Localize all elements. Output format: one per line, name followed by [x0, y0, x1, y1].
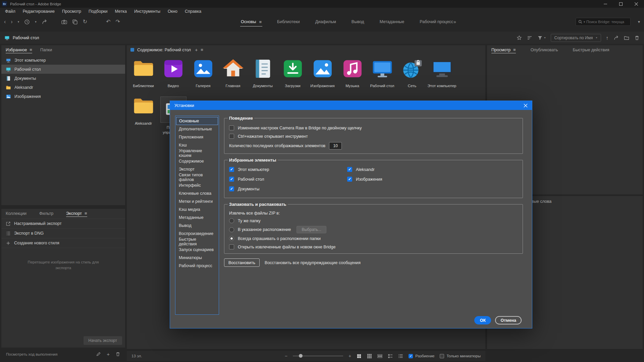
- export-preset-item[interactable]: Настраиваемый экспорт: [1, 219, 125, 229]
- preferences-nav-item[interactable]: Кэш медиа: [176, 205, 218, 214]
- preferences-nav-item[interactable]: Экспорт: [176, 165, 218, 173]
- content-item[interactable]: Галерея: [188, 56, 218, 88]
- filter-chevron-icon[interactable]: ▾: [544, 36, 546, 39]
- workspace-menu-icon[interactable]: ≡: [259, 20, 262, 24]
- content-item[interactable]: Изображения: [308, 56, 337, 88]
- checkbox[interactable]: [229, 244, 234, 249]
- rating-filter-icon[interactable]: [517, 35, 522, 41]
- panel-tab[interactable]: Коллекции: [6, 209, 26, 218]
- favorite-checkbox-row[interactable]: Этот компьютер: [229, 165, 347, 174]
- favorites-item[interactable]: Этот компьютер: [1, 56, 125, 65]
- preferences-nav-item[interactable]: Миниатюры: [176, 254, 218, 262]
- preferences-nav-item[interactable]: Кэш: [176, 141, 218, 149]
- search-scope-chevron-icon[interactable]: ▾: [584, 20, 585, 23]
- preferences-nav-item[interactable]: Приложения: [176, 133, 218, 141]
- content-item[interactable]: Главная: [218, 56, 248, 88]
- radio-button[interactable]: [229, 236, 234, 241]
- ok-button[interactable]: ОК: [474, 316, 491, 324]
- menu-item[interactable]: Файл: [1, 9, 19, 14]
- content-item[interactable]: Документы: [248, 56, 278, 88]
- copy-icon[interactable]: [72, 19, 78, 25]
- chevron-down-icon[interactable]: ▾: [18, 20, 19, 23]
- panel-tab[interactable]: Быстрые действия: [573, 45, 609, 54]
- redo-icon[interactable]: ↷: [116, 19, 120, 24]
- checkbox[interactable]: [229, 177, 234, 182]
- zip-radio-row[interactable]: В указанное расположение Выбрать...: [229, 226, 518, 233]
- workspace-overflow-icon[interactable]: »: [453, 15, 456, 29]
- menu-item[interactable]: Окно: [164, 9, 181, 14]
- favorite-checkbox-row[interactable]: Aleksandr: [347, 165, 465, 174]
- checkbox[interactable]: [229, 186, 234, 191]
- panel-tab[interactable]: Просмотр ≡: [491, 45, 516, 54]
- start-export-button[interactable]: Начать экспорт: [84, 336, 122, 345]
- edit-icon[interactable]: [96, 352, 101, 357]
- menu-item[interactable]: Инструменты: [130, 9, 164, 14]
- maximize-button[interactable]: [613, 0, 629, 8]
- cancel-button[interactable]: Отмена: [495, 316, 522, 324]
- workspace-tab[interactable]: Диафильм: [315, 15, 336, 29]
- trash-icon[interactable]: [115, 352, 120, 357]
- back-icon[interactable]: ‹: [4, 19, 6, 24]
- camera-import-icon[interactable]: [61, 19, 67, 25]
- preferences-nav-item[interactable]: Быстрые действия: [176, 238, 218, 246]
- preferences-nav-item[interactable]: Ключевые слова: [176, 189, 218, 197]
- filter-funnel-icon[interactable]: [537, 35, 543, 41]
- workspace-tab[interactable]: Метаданные: [380, 15, 405, 29]
- open-in-explorer-icon[interactable]: [613, 35, 619, 41]
- menu-item[interactable]: Редактирование: [19, 9, 58, 14]
- radio-button[interactable]: [229, 227, 234, 232]
- panel-tab[interactable]: Опубликовать: [531, 45, 558, 54]
- preferences-nav-item[interactable]: Запуск сценариев: [176, 246, 218, 254]
- add-icon[interactable]: +: [107, 352, 110, 357]
- content-item[interactable]: Aleksandr: [128, 94, 158, 135]
- search-box[interactable]: ▾: [576, 18, 631, 26]
- preferences-nav-item[interactable]: Вывод: [176, 222, 218, 230]
- panel-tab[interactable]: Экспорт ≡: [66, 209, 87, 218]
- preferences-nav-item[interactable]: Воспроизведение: [176, 230, 218, 238]
- label-filter-icon[interactable]: [527, 35, 532, 41]
- sort-ascending-icon[interactable]: ↑: [606, 35, 609, 41]
- content-item[interactable]: Музыка: [337, 56, 367, 88]
- history-icon[interactable]: [24, 19, 30, 25]
- refresh-icon[interactable]: ↻: [83, 19, 87, 24]
- preferences-nav-item[interactable]: Рабочий процесс: [176, 262, 218, 270]
- slider-knob[interactable]: [299, 354, 303, 358]
- menu-item[interactable]: Просмотр: [58, 9, 85, 14]
- choose-button[interactable]: Выбрать...: [297, 226, 326, 233]
- dialog-close-icon[interactable]: [524, 104, 528, 108]
- thumbnail-size-slider[interactable]: [293, 356, 343, 356]
- thumbnails-only-toggle[interactable]: Только миниатюры: [440, 354, 481, 358]
- undo-icon[interactable]: ↶: [106, 19, 110, 24]
- menu-item[interactable]: Подборки: [85, 9, 111, 14]
- preferences-nav-item[interactable]: Дополнительные: [176, 125, 218, 133]
- workspace-tab[interactable]: Основы ≡: [241, 15, 262, 29]
- panel-tab[interactable]: Фильтр: [39, 209, 53, 218]
- menu-item[interactable]: Метка: [111, 9, 131, 14]
- panel-tab[interactable]: Избранное ≡: [6, 45, 32, 54]
- preferences-nav-item[interactable]: Содержимое: [176, 157, 218, 165]
- favorite-checkbox-row[interactable]: Рабочий стол: [229, 174, 347, 184]
- thumbnail-view-icon[interactable]: [367, 354, 372, 359]
- zoom-in-icon[interactable]: +: [348, 354, 351, 358]
- panel-menu-icon[interactable]: ≡: [85, 211, 87, 216]
- close-button[interactable]: [629, 0, 644, 8]
- new-folder-icon[interactable]: [624, 35, 629, 41]
- checkbox[interactable]: [347, 167, 352, 172]
- preference-checkbox-row[interactable]: Ctrl+нажатие открывает инструмент: [229, 134, 518, 139]
- delete-icon[interactable]: [634, 35, 640, 41]
- zoom-out-icon[interactable]: −: [285, 354, 287, 358]
- minimize-button[interactable]: [598, 0, 613, 8]
- menu-item[interactable]: Справка: [181, 9, 205, 14]
- favorites-item[interactable]: Рабочий стол: [1, 65, 125, 74]
- zip-radio-row[interactable]: Всегда спрашивать о расположении папки: [229, 236, 518, 241]
- return-icon[interactable]: [42, 19, 47, 25]
- thumbnails-only-checkbox[interactable]: [440, 354, 444, 358]
- panel-menu-icon[interactable]: ≡: [30, 48, 32, 52]
- preferences-nav-item[interactable]: Связи типов файлов: [176, 173, 218, 181]
- favorites-item[interactable]: Aleksandr: [1, 83, 125, 92]
- add-panel-icon[interactable]: +: [195, 48, 198, 52]
- export-preset-item[interactable]: Создание нового стиля: [1, 238, 125, 248]
- filmstrip-view-icon[interactable]: [377, 354, 382, 359]
- favorites-item[interactable]: Изображения: [1, 92, 125, 101]
- checkbox[interactable]: [229, 167, 234, 172]
